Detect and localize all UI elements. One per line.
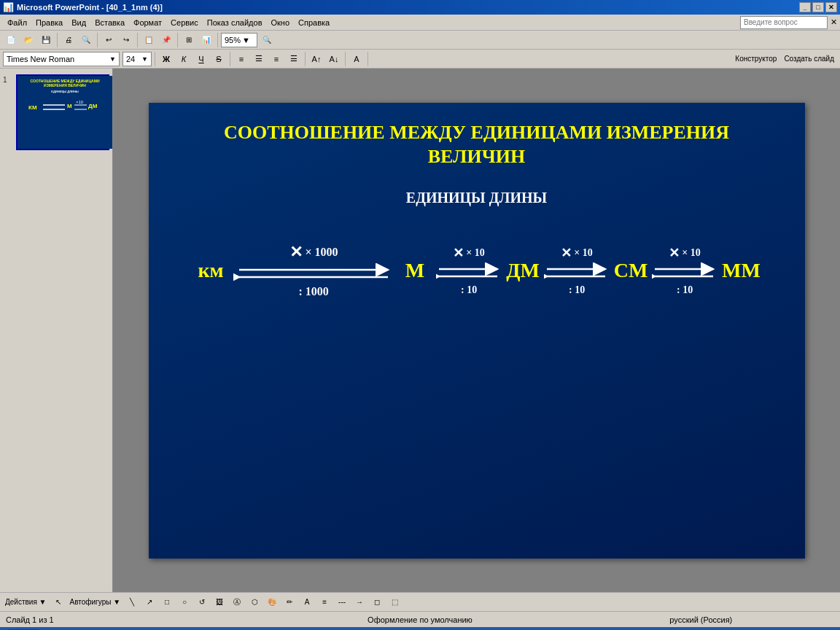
menu-file[interactable]: Файл xyxy=(3,17,31,28)
slide-info: Слайд 1 из 1 xyxy=(6,615,272,624)
clip-btn[interactable]: 🖼 xyxy=(211,594,228,610)
3d-btn[interactable]: ⬚ xyxy=(386,594,402,610)
unit-sm: СМ xyxy=(612,259,649,282)
sep-fmt5 xyxy=(368,52,368,66)
arrow-draw-btn[interactable]: ↗ xyxy=(141,594,158,610)
svg-text:КМ: КМ xyxy=(28,104,37,111)
shadow-btn[interactable]: ◻ xyxy=(369,594,385,610)
line-btn[interactable]: ╲ xyxy=(124,594,140,610)
zoom-dropdown-icon[interactable]: ▼ xyxy=(242,36,250,44)
arrow-style-btn[interactable]: → xyxy=(351,594,368,610)
wordart-btn[interactable]: Ⓐ xyxy=(229,594,245,610)
ellipse-btn[interactable]: ○ xyxy=(176,594,192,610)
menu-help[interactable]: Справка xyxy=(294,17,334,28)
align-right-btn[interactable]: ≡ xyxy=(268,51,284,67)
maximize-button[interactable]: □ xyxy=(812,2,824,12)
close-button[interactable]: ✕ xyxy=(825,2,837,12)
chart-btn[interactable]: 📊 xyxy=(198,32,214,48)
menu-insert[interactable]: Вставка xyxy=(90,17,129,28)
search-input[interactable] xyxy=(740,16,828,29)
italic-btn[interactable]: К xyxy=(176,51,192,67)
copy-btn[interactable]: 📋 xyxy=(141,32,157,48)
save-btn[interactable]: 💾 xyxy=(38,32,54,48)
underline-btn[interactable]: Ч xyxy=(193,51,209,67)
new-btn[interactable]: 📄 xyxy=(3,32,19,48)
fill-color-btn[interactable]: 🎨 xyxy=(264,594,280,610)
open-btn[interactable]: 📂 xyxy=(20,32,36,48)
close-search-icon[interactable]: ✕ xyxy=(831,18,837,27)
language-info: русский (Россия) xyxy=(568,615,834,624)
diagram-btn[interactable]: ⬡ xyxy=(246,594,262,610)
increase-font-btn[interactable]: A↑ xyxy=(308,51,324,67)
align-left-btn[interactable]: ≡ xyxy=(233,51,249,67)
svg-text:ДМ: ДМ xyxy=(88,103,98,109)
divide-10-label-1: : 10 xyxy=(461,284,477,296)
bold-btn[interactable]: Ж xyxy=(158,51,174,67)
new-slide-btn[interactable]: Создать слайд xyxy=(781,51,837,67)
justify-btn[interactable]: ☰ xyxy=(286,51,302,67)
slide-title[interactable]: СООТНОШЕНИЕ МЕЖДУ ЕДИНИЦАМИ ИЗМЕРЕНИЯ ВЕ… xyxy=(195,120,758,170)
font-name-dropdown-icon[interactable]: ▼ xyxy=(109,55,116,63)
multiply-10-label-1: × 10 xyxy=(466,247,484,259)
multiply-10-label-3: × 10 xyxy=(682,247,700,259)
search-area: ✕ xyxy=(740,16,837,29)
menu-tools[interactable]: Сервис xyxy=(166,17,203,28)
decrease-font-btn[interactable]: A↓ xyxy=(326,51,342,67)
slide-section-title[interactable]: ЕДИНИЦЫ ДЛИНЫ xyxy=(406,190,547,206)
font-color-btn[interactable]: A xyxy=(349,51,365,67)
arrow-m-dm: ✕ × 10 xyxy=(436,245,502,296)
app-icon: 📊 xyxy=(3,2,14,12)
theme-info: Оформление по умолчанию xyxy=(287,615,553,624)
window-controls: _ □ ✕ xyxy=(799,2,837,12)
menu-view[interactable]: Вид xyxy=(67,17,90,28)
diagram-area: км ✕ × 1000 xyxy=(149,243,805,298)
svg-text:М: М xyxy=(67,103,72,109)
zoom-btn[interactable]: 🔍 xyxy=(259,32,275,48)
menu-window[interactable]: Окно xyxy=(267,17,295,28)
designer-btn[interactable]: Конструктор xyxy=(732,51,779,67)
thumb-title: СООТНОШЕНИЕ МЕЖДУ ЕДИНИЦАМИИЗМЕРЕНИЯ ВЕЛ… xyxy=(31,79,100,88)
slide-title-line2: ВЕЛИЧИН xyxy=(428,146,525,167)
dash-style-btn[interactable]: --- xyxy=(334,594,350,610)
print-btn[interactable]: 🖨 xyxy=(61,32,77,48)
autoshapes-btn[interactable]: Автофигуры ▼ xyxy=(68,594,123,610)
font-size-field[interactable]: 24 ▼ xyxy=(122,52,152,66)
table-btn[interactable]: ⊞ xyxy=(181,32,197,48)
font-name-field[interactable]: Times New Roman ▼ xyxy=(3,52,120,66)
unit-dm: ДМ xyxy=(505,259,541,282)
undo-btn[interactable]: ↩ xyxy=(101,32,117,48)
preview-btn[interactable]: 🔍 xyxy=(78,32,94,48)
standard-toolbar: 📄 📂 💾 🖨 🔍 ↩ ↪ 📋 📌 ⊞ 📊 95% ▼ 🔍 xyxy=(0,31,840,50)
slide-thumb-1[interactable]: СООТНОШЕНИЕ МЕЖДУ ЕДИНИЦАМИИЗМЕРЕНИЯ ВЕЛ… xyxy=(16,74,109,150)
multiply-1000-label: × 1000 xyxy=(306,246,338,259)
double-arrow-large xyxy=(233,263,394,284)
font-name-value: Times New Roman xyxy=(7,55,74,63)
rotate-btn[interactable]: ↺ xyxy=(194,594,210,610)
slide-panel: 1 СООТНОШЕНИЕ МЕЖДУ ЕДИНИЦАМИИЗМЕРЕНИЯ В… xyxy=(0,69,113,592)
rect-btn[interactable]: □ xyxy=(159,594,175,610)
redo-btn[interactable]: ↪ xyxy=(118,32,134,48)
minimize-button[interactable]: _ xyxy=(799,2,811,12)
select-btn[interactable]: ↖ xyxy=(50,594,66,610)
unit-m: М xyxy=(397,259,433,282)
font-color-draw-btn[interactable]: A xyxy=(299,594,315,610)
sep3 xyxy=(137,33,138,47)
menu-format[interactable]: Формат xyxy=(129,17,166,28)
unit-km: км xyxy=(192,259,229,282)
x-mark-3: ✕ xyxy=(561,245,572,261)
draw-actions-btn[interactable]: Действия ▼ xyxy=(3,594,49,610)
sep-fmt4 xyxy=(345,52,346,66)
menu-slideshow[interactable]: Показ слайдов xyxy=(203,17,267,28)
strikethrough-btn[interactable]: S xyxy=(211,51,227,67)
sep-fmt1 xyxy=(155,52,155,66)
font-size-dropdown-icon[interactable]: ▼ xyxy=(141,55,148,63)
divide-10-label-2: : 10 xyxy=(569,284,585,296)
double-arrow-sm-mm xyxy=(652,262,718,283)
menu-edit[interactable]: Правка xyxy=(31,17,67,28)
unit-mm: ММ xyxy=(722,259,761,282)
align-center-btn[interactable]: ☰ xyxy=(251,51,267,67)
line-style-btn[interactable]: ≡ xyxy=(316,594,332,610)
sep5 xyxy=(217,33,218,47)
paste-btn[interactable]: 📌 xyxy=(158,32,174,48)
line-color-btn[interactable]: ✏ xyxy=(281,594,298,610)
